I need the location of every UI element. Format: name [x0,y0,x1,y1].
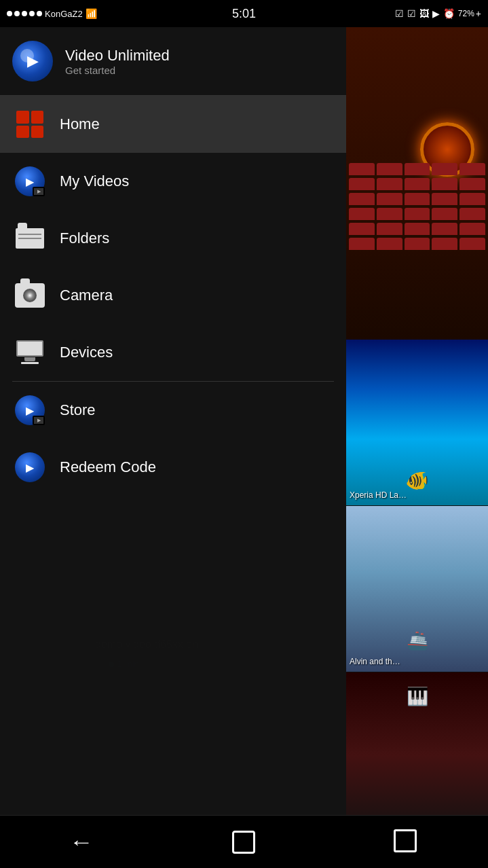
devices-stand [24,357,35,361]
camera-lens [23,289,37,302]
recents-icon [397,833,416,852]
status-left: KonGaZ2 📶 [7,8,97,19]
thumbnail-alvin-label: Alvin and th… [350,657,400,666]
battery-label: 72% [458,9,474,18]
signal-dot-2 [14,11,20,16]
signal-dot-5 [37,11,42,16]
status-bar: KonGaZ2 📶 5:01 ☑ ☑ 🖼 ▶ ⏰ 72% + [0,0,488,27]
nav-item-redeem-code[interactable]: ▶ Redeem Code [0,439,346,496]
my-videos-badge [33,187,45,196]
nav-label-folders: Folders [60,230,109,247]
devices-base [21,362,39,364]
app-title: Video Unlimited [65,47,170,65]
store-icon-shape: ▶ ▶ [15,395,45,425]
navigation-bar: ← [0,815,488,868]
checkbox-icon-2: ☑ [407,8,416,19]
redeem-code-icon: ▶ [14,451,46,484]
home-button-icon [232,831,255,854]
signal-dot-3 [22,11,27,16]
app-logo: ▶ [12,41,53,82]
nav-label-redeem-code: Redeem Code [60,458,156,476]
signal-dots [7,11,42,16]
thumbnail-piano: 🎹 [346,672,488,839]
battery-container: 72% + [458,8,481,19]
image-icon: 🖼 [419,8,429,19]
home-button[interactable] [217,822,271,863]
home-sq-4 [31,126,44,139]
thumbnail-xperia: 🐠 Xperia HD La… [346,340,488,506]
recents-button[interactable] [379,822,434,863]
home-icon-shape [16,111,43,138]
theater-background [346,27,488,340]
nav-label-store: Store [60,401,96,419]
devices-icon-shape [15,340,45,365]
back-icon: ← [69,831,94,854]
folders-icon [14,222,46,255]
navigation-drawer: ▶ Video Unlimited Get started Home ▶ My … [0,27,346,842]
theater-seats [346,163,488,340]
my-videos-icon-shape: ▶ [15,166,45,196]
status-right: ☑ ☑ 🖼 ▶ ⏰ 72% + [395,8,481,19]
app-header-text: Video Unlimited Get started [65,47,170,76]
status-time: 5:01 [232,7,256,21]
redeem-icon-shape: ▶ [15,452,45,482]
back-button[interactable]: ← [54,822,109,863]
home-icon [14,108,46,141]
nav-item-my-videos[interactable]: ▶ My Videos [0,153,346,210]
thumbnail-xperia-label: Xperia HD La… [350,490,407,500]
camera-icon-shape [15,283,45,308]
devices-monitor [16,340,43,357]
nav-label-my-videos: My Videos [60,173,129,190]
alarm-icon: ⏰ [443,8,455,19]
home-sq-2 [31,111,44,124]
play-icon: ▶ [432,8,440,19]
signal-dot-1 [7,11,12,16]
wifi-icon: 📶 [86,8,97,19]
battery-plus-icon: + [476,8,481,19]
nav-label-camera: Camera [60,287,113,304]
nav-label-devices: Devices [60,344,113,361]
nav-item-camera[interactable]: Camera [0,267,346,324]
store-icon: ▶ ▶ [14,394,46,427]
nav-item-devices[interactable]: Devices [0,324,346,381]
my-videos-icon: ▶ [14,165,46,198]
app-header: ▶ Video Unlimited Get started [0,27,346,96]
nav-item-home[interactable]: Home [0,96,346,153]
checkbox-icon-1: ☑ [395,8,404,19]
nav-item-folders[interactable]: Folders [0,210,346,267]
home-sq-1 [16,111,29,124]
app-subtitle: Get started [65,65,170,76]
home-sq-3 [16,126,29,139]
signal-dot-4 [29,11,35,16]
nav-item-store[interactable]: ▶ ▶ Store [0,382,346,439]
camera-icon [14,279,46,312]
devices-icon [14,336,46,369]
thumbnails-panel: 🐠 Xperia HD La… 🚢 Alvin and th… 🎹 [346,340,488,868]
carrier-label: KonGaZ2 [45,9,83,19]
nav-label-home: Home [60,115,100,133]
thumbnail-alvin: 🚢 Alvin and th… [346,506,488,672]
